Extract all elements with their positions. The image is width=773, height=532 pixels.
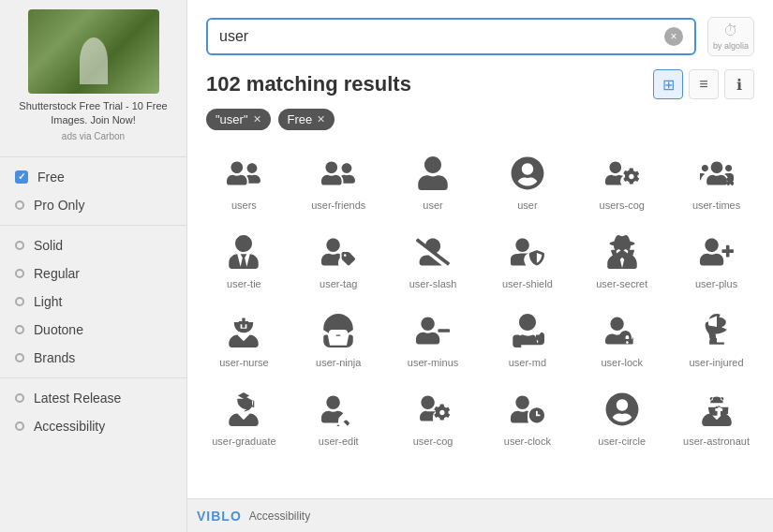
user-clock-icon (509, 391, 546, 428)
icon-item-user-cog[interactable]: user-cog (386, 377, 481, 456)
sidebar-item-accessibility[interactable]: Accessibility (0, 412, 186, 440)
icon-item-user-secret[interactable]: user-secret (574, 220, 669, 299)
free-checkbox[interactable] (15, 170, 28, 184)
search-bar: × ⏱ by algolia (187, 0, 773, 69)
user-md-icon (509, 312, 546, 349)
solid-radio[interactable] (15, 241, 24, 250)
filter-tag-free-remove[interactable]: ✕ (317, 113, 325, 126)
results-count: 102 matching results (206, 72, 411, 96)
user-secret-label: user-secret (596, 278, 647, 289)
algolia-label: by algolia (713, 41, 749, 51)
sidebar-item-free[interactable]: Free (0, 163, 186, 191)
icons-row-4: user-graduate user-edit user-cog user-cl… (197, 377, 764, 456)
latest-release-dot (15, 393, 24, 403)
icon-item-user-edit[interactable]: user-edit (291, 377, 386, 456)
user-nurse-label: user-nurse (219, 357, 269, 368)
free-label: Free (37, 170, 65, 185)
sidebar-divider-3 (0, 377, 186, 378)
icon-item-user-times[interactable]: user-times (669, 141, 764, 220)
user-lock-label: user-lock (601, 357, 643, 368)
icon-item-user-injured[interactable]: user-injured (669, 299, 764, 377)
accessibility-label: Accessibility (34, 419, 105, 434)
icon-item-user-astronaut[interactable]: user-astronaut (669, 377, 764, 456)
icon-item-user-circle2[interactable]: user-circle (574, 377, 669, 456)
icon-item-users[interactable]: users (197, 141, 291, 220)
grid-icon: ⊞ (662, 76, 675, 94)
user-circle-icon (509, 155, 546, 192)
user-circle2-icon (603, 391, 641, 428)
algolia-button[interactable]: ⏱ by algolia (707, 17, 754, 56)
brands-label: Brands (34, 350, 75, 365)
icon-item-user-circle[interactable]: user (480, 141, 574, 220)
user-plus-label: user-plus (695, 278, 737, 289)
user-cog-icon (414, 391, 452, 428)
icon-item-user-ninja[interactable]: user-ninja (291, 299, 386, 377)
ad-block[interactable]: Shutterstock Free Trial - 10 Free Images… (0, 0, 186, 151)
main-content: × ⏱ by algolia 102 matching results ⊞ ≡ … (187, 0, 773, 532)
user-icon (414, 155, 452, 192)
user-astronaut-icon (698, 391, 736, 428)
user-tag-icon (320, 233, 357, 271)
user-circle2-label: user-circle (598, 436, 646, 447)
icon-item-users-cog[interactable]: users-cog (574, 141, 669, 220)
filter-tag-user-remove[interactable]: ✕ (253, 113, 261, 126)
user-plus-icon (698, 233, 736, 271)
sidebar-divider-2 (0, 225, 186, 226)
search-input[interactable] (219, 28, 664, 45)
icon-item-user-shield[interactable]: user-shield (480, 220, 574, 299)
brands-radio[interactable] (15, 353, 24, 362)
solid-label: Solid (34, 238, 63, 253)
view-grid-button[interactable]: ⊞ (653, 69, 683, 99)
pro-only-label: Pro Only (34, 198, 84, 213)
results-header: 102 matching results ⊞ ≡ ℹ (187, 69, 773, 109)
sidebar-item-brands[interactable]: Brands (0, 344, 186, 372)
info-button[interactable]: ℹ (724, 69, 754, 99)
sidebar-item-light[interactable]: Light (0, 288, 186, 316)
icon-item-user[interactable]: user (386, 141, 481, 220)
sidebar-item-duotone[interactable]: Duotone (0, 316, 186, 344)
icons-row-1: users user-friends user user (197, 141, 764, 220)
icons-grid: users user-friends user user (187, 141, 773, 498)
user-injured-icon (698, 312, 736, 349)
sidebar-divider-1 (0, 156, 186, 157)
regular-radio[interactable] (15, 269, 24, 278)
user-tie-label: user-tie (227, 278, 261, 289)
user-graduate-icon (225, 391, 262, 428)
icon-item-user-friends[interactable]: user-friends (291, 141, 386, 220)
user-ninja-icon (320, 312, 357, 349)
sidebar-item-regular[interactable]: Regular (0, 259, 186, 288)
icon-item-user-md[interactable]: user-md (480, 299, 574, 377)
users-cog-icon (603, 155, 641, 192)
icon-item-user-lock[interactable]: user-lock (574, 299, 669, 377)
icon-item-user-tie[interactable]: user-tie (197, 220, 291, 299)
icon-item-user-tag[interactable]: user-tag (291, 220, 386, 299)
regular-label: Regular (34, 266, 80, 281)
icon-item-user-clock[interactable]: user-clock (480, 377, 574, 456)
icon-item-user-nurse[interactable]: user-nurse (197, 299, 291, 377)
user-times-label: user-times (692, 200, 740, 211)
user-nurse-icon (225, 312, 262, 349)
light-radio[interactable] (15, 297, 24, 306)
filter-tag-user-label: "user" (216, 112, 248, 126)
bottom-accessibility-link[interactable]: Accessibility (249, 510, 310, 523)
pro-only-radio[interactable] (15, 200, 24, 210)
user-friends-label: user-friends (311, 200, 365, 211)
view-list-button[interactable]: ≡ (689, 69, 719, 99)
filter-tag-user[interactable]: "user" ✕ (206, 109, 271, 130)
ad-image (28, 9, 159, 94)
duotone-radio[interactable] (15, 325, 24, 334)
icon-item-user-plus[interactable]: user-plus (669, 220, 764, 299)
user-label: user (423, 200, 442, 211)
sidebar-item-solid[interactable]: Solid (0, 231, 186, 259)
user-slash-icon (414, 233, 452, 271)
sidebar-item-latest-release[interactable]: Latest Release (0, 384, 186, 412)
user-md-label: user-md (509, 357, 546, 368)
icon-item-user-minus[interactable]: user-minus (386, 299, 481, 377)
icon-item-user-slash[interactable]: user-slash (386, 220, 481, 299)
user-minus-icon (414, 312, 452, 349)
filter-tag-free[interactable]: Free ✕ (278, 109, 335, 130)
sidebar-item-pro-only[interactable]: Pro Only (0, 191, 186, 219)
icon-item-user-graduate[interactable]: user-graduate (197, 377, 291, 456)
search-clear-button[interactable]: × (664, 27, 683, 46)
users-label: users (231, 200, 257, 211)
